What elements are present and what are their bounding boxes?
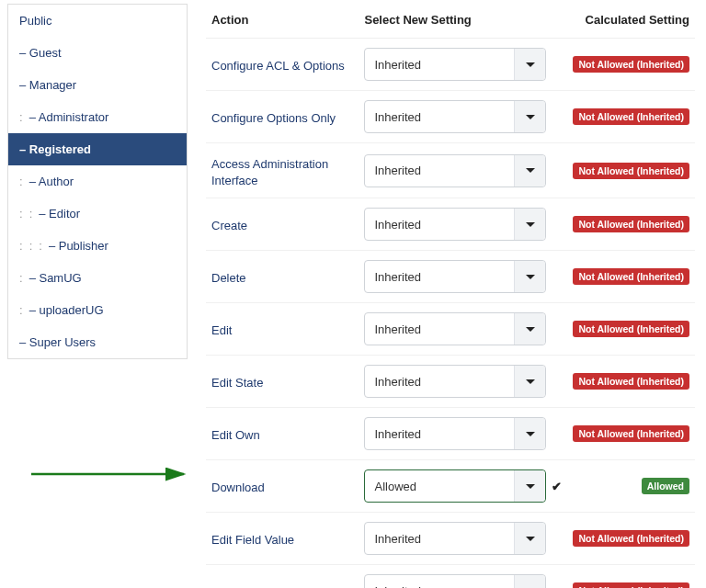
- sidebar-item-10[interactable]: – Super Users: [8, 326, 187, 358]
- sidebar-item-label: – Guest: [19, 46, 62, 60]
- permissions-panel: Action Select New Setting Calculated Set…: [188, 0, 706, 588]
- action-label: Edit: [206, 303, 359, 356]
- setting-select-value: Inherited: [365, 532, 514, 546]
- setting-select[interactable]: Inherited: [364, 365, 546, 398]
- sidebar-item-1[interactable]: – Guest: [8, 37, 187, 69]
- check-icon: ✔: [552, 480, 562, 493]
- action-label: Edit State: [206, 356, 359, 408]
- sidebar-item-2[interactable]: – Manager: [8, 69, 187, 101]
- setting-select-value: Inherited: [365, 110, 514, 124]
- setting-select[interactable]: Inherited: [364, 208, 546, 241]
- setting-select[interactable]: Inherited: [364, 417, 546, 450]
- header-calculated: Calculated Setting: [567, 4, 695, 39]
- table-row: EditInheritedNot Allowed (Inherited): [206, 303, 695, 356]
- permissions-table: Action Select New Setting Calculated Set…: [206, 4, 695, 588]
- calculated-badge: Not Allowed (Inherited): [573, 268, 689, 285]
- chevron-down-icon: [514, 261, 545, 292]
- sidebar-item-label: – Publisher: [49, 239, 108, 253]
- sidebar-item-label: – Editor: [39, 207, 80, 220]
- table-row: Edit StateInheritedNot Allowed (Inherite…: [206, 356, 695, 408]
- setting-select[interactable]: Inherited: [364, 48, 546, 81]
- setting-select-value: Inherited: [365, 584, 514, 588]
- chevron-down-icon: [514, 49, 545, 80]
- action-label: Edit Own: [206, 408, 359, 460]
- table-row: User Groups SettingsInheritedNot Allowed…: [206, 565, 695, 588]
- calculated-badge: Not Allowed (Inherited): [573, 321, 689, 337]
- sidebar-item-label: – Registered: [19, 142, 91, 156]
- table-row: Access Administration InterfaceInherited…: [206, 143, 695, 198]
- sidebar-item-8[interactable]: :– SamUG: [8, 262, 187, 294]
- setting-select-value: Allowed: [365, 480, 514, 493]
- action-label: User Groups Settings: [206, 565, 359, 588]
- calculated-badge: Not Allowed (Inherited): [573, 425, 689, 442]
- setting-select[interactable]: Inherited: [364, 100, 546, 133]
- table-row: CreateInheritedNot Allowed (Inherited): [206, 198, 695, 251]
- sidebar-item-9[interactable]: :– uploaderUG: [8, 294, 187, 326]
- setting-select-value: Inherited: [365, 58, 514, 72]
- highlight-arrow: [29, 463, 195, 485]
- sidebar-item-label: – Manager: [19, 78, 76, 92]
- setting-select[interactable]: Inherited: [364, 522, 546, 555]
- sidebar-item-5[interactable]: :– Author: [8, 165, 187, 198]
- calculated-badge: Not Allowed (Inherited): [573, 163, 689, 179]
- setting-select-value: Inherited: [365, 270, 514, 284]
- user-group-sidebar: Public– Guest– Manager:– Administrator– …: [7, 4, 188, 359]
- sidebar-item-label: – uploaderUG: [29, 303, 104, 317]
- chevron-down-icon: [514, 575, 545, 588]
- action-label: Configure Options Only: [206, 91, 359, 143]
- chevron-down-icon: [514, 209, 545, 240]
- setting-select-value: Inherited: [365, 375, 514, 389]
- sidebar-item-label: – Administrator: [29, 110, 109, 124]
- setting-select-value: Inherited: [365, 322, 514, 336]
- setting-select[interactable]: Allowed: [364, 469, 546, 503]
- setting-select-value: Inherited: [365, 164, 514, 177]
- chevron-down-icon: [514, 470, 545, 502]
- sidebar-item-6[interactable]: ::– Editor: [8, 198, 187, 230]
- chevron-down-icon: [514, 313, 545, 345]
- sidebar-item-0[interactable]: Public: [8, 5, 187, 37]
- header-select: Select New Setting: [359, 4, 567, 39]
- action-label: Edit Field Value: [206, 513, 359, 565]
- chevron-down-icon: [514, 366, 545, 397]
- action-label: Download: [206, 460, 359, 513]
- sidebar-item-7[interactable]: :::– Publisher: [8, 230, 187, 262]
- chevron-down-icon: [514, 418, 545, 449]
- action-label: Delete: [206, 251, 359, 303]
- setting-select[interactable]: Inherited: [364, 260, 546, 293]
- setting-select-value: Inherited: [365, 427, 514, 441]
- action-label: Configure ACL & Options: [206, 39, 359, 91]
- sidebar-item-label: – Author: [29, 175, 74, 188]
- sidebar-item-3[interactable]: :– Administrator: [8, 101, 187, 133]
- calculated-badge: Allowed: [642, 478, 689, 494]
- table-row: Configure Options OnlyInheritedNot Allow…: [206, 91, 695, 143]
- calculated-badge: Not Allowed (Inherited): [573, 582, 689, 588]
- setting-select-value: Inherited: [365, 218, 514, 232]
- table-row: Edit Field ValueInheritedNot Allowed (In…: [206, 513, 695, 565]
- table-row: DeleteInheritedNot Allowed (Inherited): [206, 251, 695, 303]
- setting-select[interactable]: Inherited: [364, 312, 546, 345]
- table-row: Edit OwnInheritedNot Allowed (Inherited): [206, 408, 695, 460]
- calculated-badge: Not Allowed (Inherited): [573, 530, 689, 547]
- calculated-badge: Not Allowed (Inherited): [573, 56, 689, 73]
- calculated-badge: Not Allowed (Inherited): [573, 373, 689, 390]
- table-row: Configure ACL & OptionsInheritedNot Allo…: [206, 39, 695, 91]
- setting-select[interactable]: Inherited: [364, 154, 546, 187]
- action-label: Create: [206, 198, 359, 251]
- setting-select[interactable]: Inherited: [364, 574, 546, 588]
- chevron-down-icon: [514, 523, 545, 554]
- sidebar-item-label: – Super Users: [19, 335, 96, 349]
- table-row: DownloadAllowed✔Allowed: [206, 460, 695, 513]
- chevron-down-icon: [514, 101, 545, 132]
- sidebar-item-label: Public: [19, 14, 51, 28]
- sidebar-item-label: – SamUG: [29, 271, 82, 285]
- calculated-badge: Not Allowed (Inherited): [573, 216, 689, 232]
- sidebar-item-4[interactable]: – Registered: [8, 133, 187, 165]
- chevron-down-icon: [514, 155, 545, 187]
- action-label: Access Administration Interface: [206, 143, 359, 198]
- calculated-badge: Not Allowed (Inherited): [573, 108, 689, 125]
- header-action: Action: [206, 4, 359, 39]
